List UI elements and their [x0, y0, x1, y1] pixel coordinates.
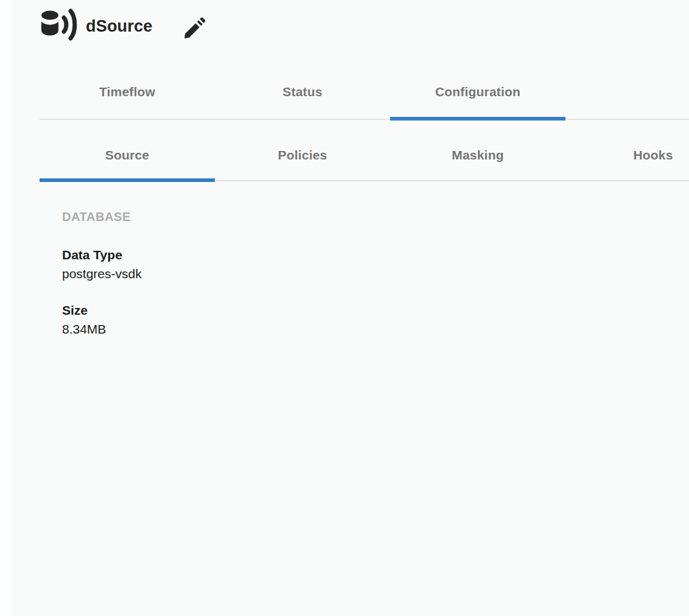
page-header: dSource	[0, 0, 689, 61]
page-title: dSource	[86, 17, 152, 36]
tab-masking-label: Masking	[452, 148, 503, 163]
tab-hooks-label: Hooks	[633, 148, 673, 163]
tab-masking[interactable]: Masking	[390, 128, 565, 181]
tab-timeflow-underline	[40, 117, 215, 121]
tab-policies-underline	[215, 178, 390, 182]
tab-source-underline	[40, 178, 215, 182]
tab-status[interactable]: Status	[215, 64, 390, 120]
tab-configuration-label: Configuration	[435, 85, 520, 99]
tab-source-label: Source	[105, 148, 149, 163]
tab-masking-underline	[390, 178, 565, 182]
database-section-title: DATABASE	[62, 209, 131, 224]
database-broadcast-icon	[39, 7, 79, 44]
tab-timeflow-label: Timeflow	[99, 85, 155, 99]
tab-configuration-underline	[390, 117, 565, 121]
tab-status-underline	[215, 117, 390, 121]
size-value: 8.34MB	[62, 321, 106, 337]
tab-configuration[interactable]: Configuration	[390, 64, 565, 120]
tab-hooks[interactable]: Hooks	[565, 128, 689, 181]
secondary-tab-bar: Source Policies Masking Hooks	[0, 128, 689, 181]
tab-timeflow[interactable]: Timeflow	[40, 64, 215, 120]
tab-policies[interactable]: Policies	[215, 128, 390, 181]
data-type-label: Data Type	[62, 247, 122, 262]
primary-tab-bar: Timeflow Status Configuration	[0, 64, 689, 120]
pencil-edit-icon[interactable]	[183, 16, 207, 40]
data-type-value: postgres-vsdk	[62, 266, 142, 281]
size-label: Size	[62, 303, 88, 318]
tab-policies-label: Policies	[278, 148, 327, 163]
tab-status-label: Status	[282, 85, 322, 99]
tab-hooks-underline	[565, 178, 689, 182]
tab-source[interactable]: Source	[40, 128, 215, 181]
